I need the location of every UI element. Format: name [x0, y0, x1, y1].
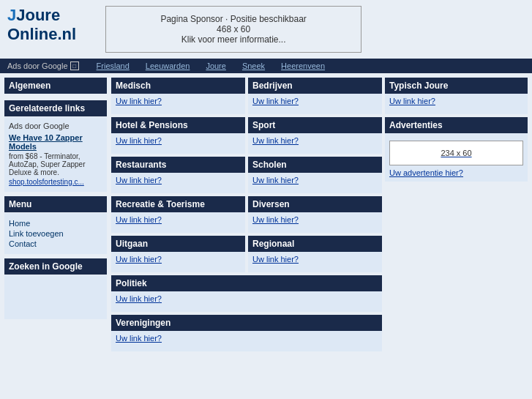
cat-diversen: Diversen Uw link hier?	[248, 196, 382, 233]
sponsor-line1: Pagina Sponsor · Positie beschikbaar	[121, 14, 346, 24]
row-uitgaan-regionaal: Uitgaan Uw link hier? Regionaal Uw link …	[111, 236, 382, 272]
cat-regionaal-link[interactable]: Uw link hier?	[248, 252, 382, 272]
cat-uitgaan-header: Uitgaan	[111, 236, 245, 252]
cat-verenigingen-link[interactable]: Uw link hier?	[111, 331, 382, 351]
menu-home[interactable]: Home	[9, 219, 102, 228]
cat-regionaal: Regionaal Uw link hier?	[248, 236, 382, 272]
nav-link-friesland[interactable]: Friesland	[97, 61, 130, 70]
cat-verenigingen: Verenigingen Uw link hier?	[111, 315, 382, 351]
cat-bedrijven: Bedrijven Uw link hier?	[248, 78, 382, 114]
cat-recreatie: Recreatie & Toerisme Uw link hier?	[111, 196, 245, 233]
cat-hotel-link[interactable]: Uw link hier?	[111, 133, 245, 154]
menu-contact[interactable]: Contact	[9, 239, 102, 248]
nav-link-heerenveen[interactable]: Heerenveen	[281, 61, 325, 70]
cat-sport: Sport Uw link hier?	[248, 117, 382, 154]
cat-scholen: Scholen Uw link hier?	[248, 157, 382, 193]
cat-politiek: Politiek Uw link hier?	[111, 275, 382, 312]
ads-google-nav: Ads door Google □	[7, 61, 79, 70]
row-restaurants-scholen: Restaurants Uw link hier? Scholen Uw lin…	[111, 157, 382, 193]
cat-politiek-header: Politiek	[111, 275, 382, 291]
sidebar-algemeen-header: Algemeen	[4, 78, 107, 94]
row-recreatie-diversen: Recreatie & Toerisme Uw link hier? Diver…	[111, 196, 382, 233]
sidebar-menu-header: Menu	[4, 196, 107, 212]
ad-size: 234 x 60	[441, 149, 471, 157]
cat-medisch-link[interactable]: Uw link hier?	[111, 94, 245, 114]
nav-link-leeuwarden[interactable]: Leeuwarden	[146, 61, 190, 70]
sidebar-ad-text: from $68 - Terminator, AutoZap, Super Za…	[9, 152, 102, 176]
cat-hotel-header: Hotel & Pensions	[111, 117, 245, 133]
cat-sport-link[interactable]: Uw link hier?	[248, 133, 382, 154]
cat-uitgaan: Uitgaan Uw link hier?	[111, 236, 245, 272]
row-politiek: Politiek Uw link hier?	[111, 275, 382, 312]
cat-hotel: Hotel & Pensions Uw link hier?	[111, 117, 245, 154]
sidebar-gerelateerde-content: Ads door Google We Have 10 Zapper Models…	[4, 117, 107, 192]
cat-bedrijven-link[interactable]: Uw link hier?	[248, 94, 382, 114]
advertenties-ad-link[interactable]: Uw advertentie hier?	[389, 168, 463, 177]
cat-advertenties: Advertenties 234 x 60 Uw advertentie hie…	[385, 117, 528, 182]
header: JJoure Online.nl Pagina Sponsor · Positi…	[0, 0, 532, 59]
right-col: Typisch Joure Uw link hier? Advertenties…	[385, 78, 528, 351]
cat-medisch: Medisch Uw link hier?	[111, 78, 245, 114]
sidebar-zoeken-header: Zoeken in Google	[4, 258, 107, 275]
sidebar-menu-content: Home Link toevoegen Contact	[4, 213, 107, 254]
cat-typisch: Typisch Joure Uw link hier?	[385, 78, 528, 114]
sponsor-line2: 468 x 60	[121, 24, 346, 34]
sidebar: Algemeen Gerelateerde links Ads door Goo…	[4, 78, 107, 351]
cat-medisch-header: Medisch	[111, 78, 245, 94]
navbar: Ads door Google □ Friesland Leeuwarden J…	[0, 59, 532, 73]
sidebar-ads-label: Ads door Google	[9, 122, 102, 130]
cat-sport-header: Sport	[248, 117, 382, 133]
logo-line2: Online.nl	[7, 25, 76, 44]
cat-politiek-link[interactable]: Uw link hier?	[111, 291, 382, 312]
row-hotel-sport: Hotel & Pensions Uw link hier? Sport Uw …	[111, 117, 382, 154]
cat-restaurants: Restaurants Uw link hier?	[111, 157, 245, 193]
cat-scholen-link[interactable]: Uw link hier?	[248, 173, 382, 193]
sponsor-line3: Klik voor meer informatie...	[121, 34, 346, 45]
cat-advertenties-header: Advertenties	[385, 117, 528, 133]
logo: JJoure Online.nl	[7, 6, 76, 45]
cat-typisch-header: Typisch Joure	[385, 78, 528, 94]
cat-typisch-link[interactable]: Uw link hier?	[385, 94, 528, 114]
sidebar-ad-url: shop.toolsfortesting.c...	[9, 178, 102, 186]
sponsor-box[interactable]: Pagina Sponsor · Positie beschikbaar 468…	[105, 6, 361, 53]
cat-scholen-header: Scholen	[248, 157, 382, 173]
logo-line1: JJoure	[7, 6, 76, 25]
row-medisch-bedrijven: Medisch Uw link hier? Bedrijven Uw link …	[111, 78, 382, 114]
cat-verenigingen-header: Verenigingen	[111, 315, 382, 331]
cat-bedrijven-header: Bedrijven	[248, 78, 382, 94]
cat-recreatie-header: Recreatie & Toerisme	[111, 196, 245, 212]
cat-restaurants-header: Restaurants	[111, 157, 245, 173]
content-area: Medisch Uw link hier? Bedrijven Uw link …	[111, 78, 528, 351]
content-wrapper: Medisch Uw link hier? Bedrijven Uw link …	[111, 78, 528, 351]
cat-diversen-link[interactable]: Uw link hier?	[248, 212, 382, 233]
cat-restaurants-link[interactable]: Uw link hier?	[111, 173, 245, 193]
cat-advertenties-body: 234 x 60 Uw advertentie hier?	[385, 133, 528, 182]
main: Algemeen Gerelateerde links Ads door Goo…	[0, 73, 532, 356]
cat-diversen-header: Diversen	[248, 196, 382, 212]
cat-uitgaan-link[interactable]: Uw link hier?	[111, 252, 245, 272]
cat-recreatie-link[interactable]: Uw link hier?	[111, 212, 245, 233]
sidebar-gerelateerde-header: Gerelateerde links	[4, 100, 107, 116]
cat-regionaal-header: Regionaal	[248, 236, 382, 252]
nav-link-joure[interactable]: Joure	[206, 61, 226, 70]
left-two-col: Medisch Uw link hier? Bedrijven Uw link …	[111, 78, 382, 351]
menu-link-toevoegen[interactable]: Link toevoegen	[9, 229, 102, 238]
advertenties-ad-box: 234 x 60	[389, 141, 523, 165]
nav-link-sneek[interactable]: Sneek	[242, 61, 265, 70]
external-link-icon: □	[70, 61, 79, 70]
row-verenigingen: Verenigingen Uw link hier?	[111, 315, 382, 351]
sidebar-ad-link[interactable]: We Have 10 Zapper Models	[9, 133, 102, 151]
